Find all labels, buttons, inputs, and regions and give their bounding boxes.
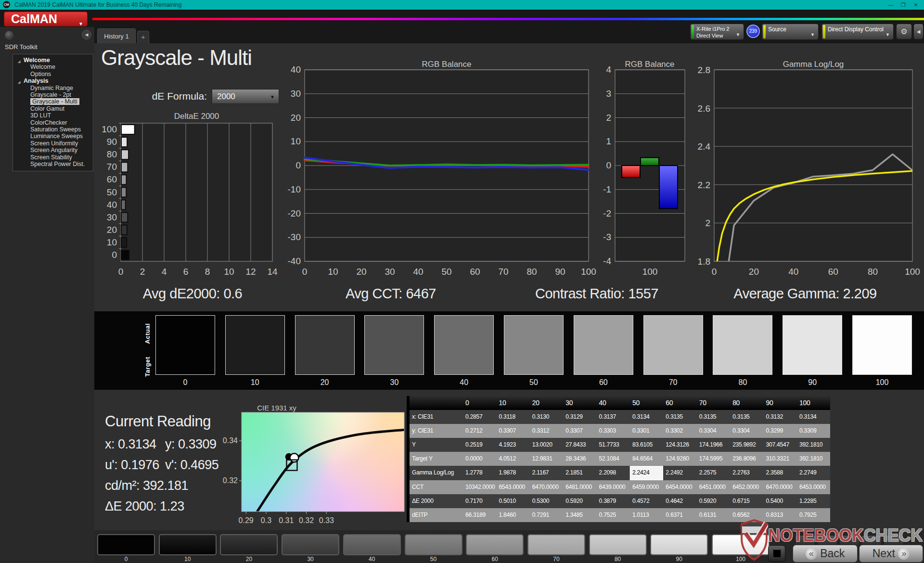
sidebar-collapse-button[interactable]: ◀: [82, 30, 91, 39]
footer-level-button-100[interactable]: [712, 534, 770, 555]
svg-text:40: 40: [413, 267, 423, 277]
current-reading-title: Current Reading: [105, 413, 211, 430]
svg-text:0.33: 0.33: [319, 516, 334, 524]
display-control-dropdown[interactable]: Direct Display Control ▼: [821, 24, 894, 40]
table-cell: 0.2712: [463, 424, 496, 438]
table-row-label: x: CIE31: [410, 410, 463, 424]
sidebar-item-grayscale-multi[interactable]: Grayscale - Multi: [13, 98, 93, 105]
table-header-cell: 20: [530, 396, 563, 410]
table-cell: 0.6131: [697, 508, 730, 522]
calman-menu-button[interactable]: CalMAN ▼: [4, 12, 88, 26]
table-cell: 0.3307: [496, 424, 529, 438]
svg-text:0.3: 0.3: [261, 516, 271, 524]
footer-level-button-0[interactable]: [97, 534, 155, 555]
add-tab-button[interactable]: +: [137, 31, 149, 43]
stat-avg-de: Avg dE2000: 0.6: [120, 286, 265, 302]
sidebar-item-screen-angularity[interactable]: Screen Angularity: [13, 147, 93, 154]
svg-text:-10: -10: [288, 184, 301, 194]
grayscale-swatch-level-label: 80: [713, 378, 772, 387]
footer-level-label: 30: [282, 556, 339, 563]
table-cell: 0.4642: [663, 494, 696, 508]
table-cell: 1.8460: [496, 508, 529, 522]
table-cell: 6452.0000: [730, 480, 763, 494]
sidebar: ◀ SDR Toolkit ◢WelcomeWelcomeOptions◢Ana…: [0, 27, 94, 563]
grayscale-swatch-level-label: 90: [783, 378, 842, 387]
maximize-button[interactable]: ❐: [897, 0, 910, 10]
svg-text:1.8: 1.8: [698, 256, 710, 267]
chevron-double-left-icon: «: [806, 548, 817, 560]
footer-level-button-20[interactable]: [220, 534, 278, 555]
sidebar-item-screen-stability[interactable]: Screen Stability: [13, 154, 93, 161]
svg-text:0.31: 0.31: [279, 516, 294, 524]
table-cell: 174.1966: [697, 438, 730, 452]
workflow-menu: ◢WelcomeWelcomeOptions◢AnalysisDynamic R…: [13, 54, 93, 171]
table-cell: 310.3321: [764, 452, 797, 466]
footer-level-label: 20: [220, 556, 278, 563]
svg-text:10: 10: [107, 237, 117, 247]
sidebar-item-screen-uniformity[interactable]: Screen Uniformity: [13, 140, 93, 147]
tab-history-1[interactable]: History 1: [97, 28, 136, 43]
grayscale-swatch-30: [364, 315, 424, 375]
table-cell: 0.3135: [663, 410, 696, 424]
svg-text:0.32: 0.32: [299, 516, 314, 524]
sidebar-group-analysis[interactable]: ◢Analysis: [13, 77, 93, 84]
footer-level-button-10[interactable]: [159, 534, 217, 555]
de-formula-select[interactable]: 2000 ▼: [212, 89, 279, 104]
sidebar-item-dynamic-range[interactable]: Dynamic Range: [13, 85, 93, 91]
svg-text:-20: -20: [288, 208, 301, 218]
grayscale-swatch-100: [852, 315, 912, 375]
source-dropdown[interactable]: Source ▼: [762, 24, 819, 40]
sidebar-item-3d-lut[interactable]: 3D LUT: [13, 112, 93, 119]
meter-count-badge: 239: [746, 25, 760, 38]
back-button[interactable]: « Back: [793, 545, 858, 563]
chevron-down-icon: ▼: [270, 90, 275, 104]
sidebar-item-options[interactable]: Options: [13, 71, 93, 77]
sidebar-item-grayscale-2pt[interactable]: Grayscale - 2pt: [13, 91, 93, 98]
source-label: Source: [768, 26, 786, 33]
table-cell: 0.3135: [697, 410, 730, 424]
close-button[interactable]: ✕: [910, 0, 922, 10]
panel-collapse-button[interactable]: ◀: [913, 24, 924, 39]
footer-level-button-90[interactable]: [650, 534, 708, 555]
table-cell: 13.0020: [530, 438, 563, 452]
svg-text:10: 10: [291, 136, 301, 146]
footer-level-button-40[interactable]: [343, 534, 401, 555]
table-header-cell: 90: [764, 396, 797, 410]
footer-level-button-60[interactable]: [466, 534, 524, 555]
footer-level-label: 10: [159, 556, 217, 563]
next-button[interactable]: Next »: [859, 545, 923, 563]
svg-text:0.29: 0.29: [239, 516, 254, 524]
svg-text:100: 100: [905, 267, 920, 277]
reading-line: cd/m²: 392.181: [105, 478, 188, 493]
stat-avg-gamma: Average Gamma: 2.209: [731, 286, 880, 302]
table-cell: 0.2519: [463, 438, 496, 452]
sidebar-item-luminance-sweeps[interactable]: Luminance Sweeps: [13, 133, 93, 140]
table-cell: 0.7525: [597, 508, 630, 522]
svg-text:70: 70: [107, 162, 117, 172]
meter-status-stripe: [692, 25, 694, 38]
sidebar-group-welcome[interactable]: ◢Welcome: [13, 57, 93, 64]
table-cell: 6439.0000: [597, 480, 630, 494]
meter-dropdown[interactable]: X-Rite i1Pro 2 Direct View ▼: [690, 24, 744, 40]
chevron-double-right-icon: »: [898, 548, 910, 560]
reading-line: u': 0.1976v': 0.4695: [105, 458, 159, 473]
minimize-button[interactable]: —: [885, 0, 897, 10]
chevron-left-icon: ◀: [85, 32, 89, 37]
stat-contrast-ratio: Contrast Ratio: 1557: [525, 286, 669, 302]
sidebar-item-colorchecker[interactable]: ColorChecker: [13, 119, 93, 126]
footer-level-button-80[interactable]: [589, 534, 647, 555]
footer-level-button-30[interactable]: [282, 534, 339, 555]
sidebar-item-spectral-power-dist-[interactable]: Spectral Power Dist.: [13, 161, 93, 167]
sidebar-item-saturation-sweeps[interactable]: Saturation Sweeps: [13, 126, 93, 133]
table-cell: 1.3485: [563, 508, 596, 522]
stop-button[interactable]: [768, 545, 785, 562]
sidebar-item-color-gamut[interactable]: Color Gamut: [13, 105, 93, 112]
footer-level-button-70[interactable]: [527, 534, 585, 555]
sidebar-item-welcome[interactable]: Welcome: [13, 64, 93, 70]
status-dot: [5, 31, 13, 39]
table-cell: 0.3879: [597, 494, 630, 508]
settings-button[interactable]: ⚙: [896, 24, 912, 39]
footer-level-button-50[interactable]: [405, 534, 462, 555]
table-cell: 0.5920: [563, 494, 596, 508]
svg-text:60: 60: [107, 174, 117, 184]
